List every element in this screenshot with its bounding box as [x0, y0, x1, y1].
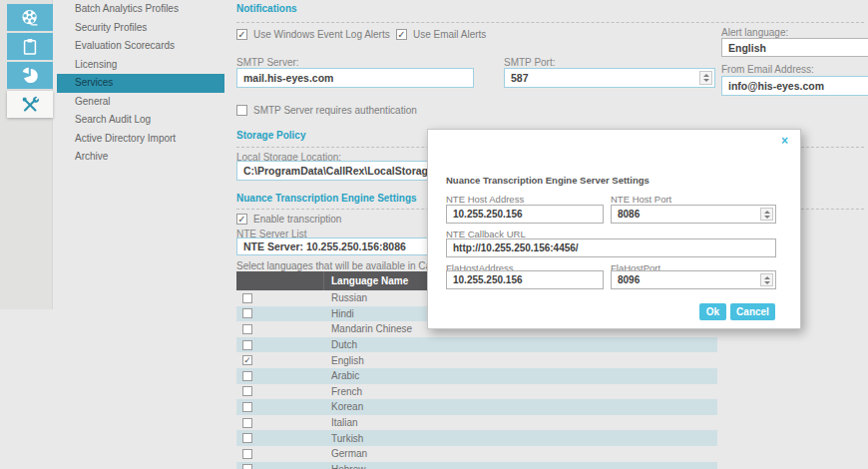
settings-nav-item[interactable]: Active Directory Import [57, 130, 224, 149]
language-checkbox[interactable] [242, 308, 252, 318]
language-checkbox[interactable] [242, 464, 252, 469]
language-row: Turkish [236, 430, 717, 446]
settings-nav-item-label: General [75, 96, 111, 107]
stepper-up-icon[interactable] [703, 74, 709, 77]
language-checkbox[interactable] [242, 433, 252, 443]
ok-button[interactable]: Ok [699, 303, 726, 320]
nav-reports-button[interactable] [7, 62, 53, 89]
settings-nav-item-label: Active Directory Import [75, 133, 176, 144]
from-email-input[interactable]: info@his-eyes.com [721, 76, 868, 96]
fla-host-port-value: 8096 [618, 274, 640, 285]
nte-callback-url-input[interactable]: http://10.255.250.156:4456/ [446, 238, 776, 257]
nte-host-port-label: NTE Host Port [611, 194, 671, 205]
language-name: Mandarin Chinese [324, 323, 412, 334]
language-name: Hebrew [324, 464, 365, 469]
nte-host-port-input[interactable]: 8086 [611, 205, 776, 224]
windows-event-log-alerts-checkbox[interactable]: ✓ [236, 29, 247, 40]
language-checkbox[interactable] [242, 340, 252, 350]
language-row: ✓ English [236, 352, 717, 368]
settings-nav-item-label: Services [75, 77, 113, 88]
settings-nav-item-label: Evaluation Scorecards [75, 40, 175, 51]
settings-nav-item[interactable]: Search Audit Log [57, 111, 224, 130]
nte-host-port-stepper[interactable] [760, 208, 773, 221]
smtp-port-value: 587 [511, 72, 529, 84]
language-checkbox[interactable] [242, 371, 252, 381]
email-alerts-label: Use Email Alerts [413, 29, 486, 40]
smtp-auth-checkbox[interactable] [236, 105, 247, 116]
film-reel-icon [20, 8, 40, 28]
language-row: German [236, 446, 717, 462]
language-checkbox[interactable] [242, 324, 252, 334]
storage-policy-heading: Storage Policy [236, 130, 305, 141]
nav-recordings-button[interactable] [7, 4, 53, 31]
settings-nav-item-label: Archive [75, 151, 108, 162]
language-row: Dutch [236, 337, 717, 353]
language-name: Hindi [324, 308, 354, 319]
settings-nav-item[interactable]: Licensing [57, 56, 224, 75]
language-name: Korean [324, 401, 363, 412]
smtp-server-input[interactable]: mail.his-eyes.com [236, 68, 474, 88]
language-name: Dutch [324, 339, 357, 350]
notifications-heading: Notifications [236, 3, 297, 14]
settings-nav: Batch Analytics Profiles Security Profil… [57, 0, 224, 167]
nte-server-settings-dialog: × Nuance Transcription Engine Server Set… [427, 129, 801, 329]
windows-event-log-alerts-label: Use Windows Event Log Alerts [253, 29, 390, 40]
stepper-up-icon[interactable] [764, 211, 770, 214]
stepper-down-icon[interactable] [703, 79, 709, 82]
stepper-down-icon[interactable] [764, 281, 770, 284]
language-table-checkbox-column-header [236, 271, 324, 290]
cancel-button[interactable]: Cancel [730, 303, 775, 320]
settings-nav-item[interactable]: Evaluation Scorecards [57, 37, 224, 56]
settings-nav-item[interactable]: Security Profiles [57, 19, 224, 38]
icon-strip [0, 0, 53, 309]
settings-nav-item[interactable]: Batch Analytics Profiles [57, 0, 224, 19]
language-name: Italian [324, 417, 358, 428]
language-row: Korean [236, 399, 717, 415]
dialog-title: Nuance Transcription Engine Server Setti… [446, 175, 650, 186]
select-languages-caption: Select languages that will be available … [236, 260, 453, 271]
settings-nav-item[interactable]: General [57, 93, 224, 112]
language-name: English [324, 355, 364, 366]
language-row: Arabic [236, 368, 717, 384]
language-row: Hebrew [236, 462, 717, 469]
settings-nav-item[interactable]: Archive [57, 148, 224, 167]
nav-settings-button[interactable] [7, 91, 53, 118]
close-icon[interactable]: × [781, 135, 788, 147]
smtp-auth-label: SMTP Server requires authentication [253, 105, 417, 116]
language-checkbox[interactable] [242, 386, 252, 396]
nte-host-address-input[interactable]: 10.255.250.156 [446, 205, 604, 224]
language-checkbox[interactable] [242, 418, 252, 428]
settings-nav-item[interactable]: Services [57, 74, 224, 93]
language-checkbox[interactable] [242, 402, 252, 412]
section-divider [236, 22, 864, 23]
language-checkbox[interactable]: ✓ [242, 355, 252, 365]
fla-host-port-stepper[interactable] [760, 273, 773, 286]
language-checkbox[interactable] [242, 449, 252, 459]
tools-icon [20, 95, 40, 115]
fla-host-address-input[interactable]: 10.255.250.156 [446, 270, 604, 289]
nav-evaluations-button[interactable] [7, 33, 53, 60]
pie-chart-icon [20, 66, 40, 86]
fla-host-port-input[interactable]: 8096 [611, 270, 776, 289]
nte-host-port-value: 8086 [618, 209, 640, 220]
language-row: Italian [236, 415, 717, 431]
settings-nav-item-label: Search Audit Log [75, 114, 151, 125]
stepper-down-icon[interactable] [764, 216, 770, 219]
language-name: Arabic [324, 370, 359, 381]
from-email-label: From Email Address: [721, 64, 814, 75]
smtp-port-stepper[interactable] [699, 71, 712, 85]
smtp-port-input[interactable]: 587 [504, 68, 715, 88]
settings-nav-item-label: Licensing [75, 59, 117, 70]
language-name: French [324, 386, 362, 397]
stepper-up-icon[interactable] [764, 276, 770, 279]
smtp-port-label: SMTP Port: [504, 57, 556, 68]
settings-nav-item-label: Security Profiles [75, 22, 147, 33]
enable-transcription-checkbox[interactable]: ✓ [236, 214, 247, 225]
alert-language-select[interactable]: English [721, 38, 868, 57]
smtp-server-label: SMTP Server: [236, 57, 299, 68]
language-checkbox[interactable] [242, 293, 252, 303]
language-name: Russian [324, 292, 367, 303]
language-row: French [236, 384, 717, 400]
settings-nav-item-label: Batch Analytics Profiles [75, 3, 179, 14]
email-alerts-checkbox[interactable]: ✓ [396, 29, 407, 40]
